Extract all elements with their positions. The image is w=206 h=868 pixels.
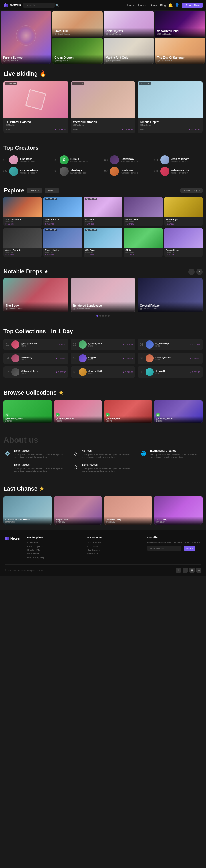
footer-link-author-profile[interactable]: Author Profile — [87, 541, 142, 544]
browse-card-1[interactable]: G @Crypto_Market 1 Items — [54, 400, 102, 423]
notable-title-2: Crystal Palace — [140, 304, 200, 307]
hero-card-summer[interactable]: The End Of Summer @KIng2Madox — [155, 38, 205, 64]
footer-submit-button[interactable]: Submit — [184, 546, 196, 551]
dot-3[interactable] — [105, 315, 107, 317]
creator-jessica[interactable]: 04 Jessica Bloom Number of Items: 4 — [154, 155, 203, 164]
explore-card-purple-haze[interactable]: Purple Haze @MarkJoy ♦ 0.13735 — [164, 228, 203, 257]
browse-card-2[interactable]: G @Stereo_Mix 1 Items — [104, 400, 152, 423]
browse-items-1: 1 Items — [56, 420, 101, 422]
explore-card-acid-image[interactable]: Acid Image @MarkJoy ♦ 0.04121 — [164, 197, 203, 226]
footer-link-collections[interactable]: Collections — [27, 541, 81, 544]
explore-card-cgi-blue[interactable]: 00 : 00 : 00 CGI Blue @MarkJoy ♦ 0.13735 — [84, 228, 122, 257]
dot-2[interactable] — [102, 315, 104, 317]
search-icon[interactable]: 🔍 — [55, 4, 59, 7]
creator-avatar-7 — [160, 167, 169, 176]
creator-gloria[interactable]: 07 Gloria Lee Number of Items: 4 — [104, 167, 152, 176]
hero-card-purple-sphere[interactable]: Purple Sphere @King2Madox — [1, 11, 51, 64]
notable-card-body[interactable]: The Body @_Sinead_Zero — [3, 278, 68, 312]
dot-4[interactable] — [108, 315, 110, 317]
explore-img-9 — [164, 228, 203, 248]
footer-link-our-creators[interactable]: Our Creators — [87, 549, 142, 551]
browse-card-3[interactable]: G @Virtual_Value 1 Items — [154, 400, 203, 423]
hero-author-summer: @KIng2Madox — [157, 59, 203, 62]
explore-card-mind-portal[interactable]: Mind Portal @MarkJoy ♦ 0.07142 — [124, 197, 162, 226]
browse-grid: G @Genesis_Zero 1 Items G @Crypto_Market… — [3, 400, 203, 423]
footer-link-edit-profile[interactable]: Edit Profile — [87, 545, 142, 548]
notable-card-crystal[interactable]: Crystal Palace @_Ground_Zero — [138, 278, 203, 312]
footer-email-input[interactable] — [147, 546, 181, 551]
dot-1[interactable] — [99, 315, 101, 317]
coll-avatar-5 — [146, 354, 153, 362]
browse-card-0[interactable]: G @Genesis_Zero 1 Items — [3, 400, 52, 423]
about-item-3: □ Early Access Lorem ipsum dolor sit ame… — [3, 463, 67, 473]
twitter-icon[interactable]: 𝕏 — [176, 567, 181, 573]
top-collections-title: Top Collections in 1 Day — [3, 328, 203, 335]
nav-blog[interactable]: Blog — [160, 4, 166, 7]
creator-coyote[interactable]: 05 Coyote Adams Number of Items: 4 — [3, 167, 52, 176]
lc-card-3[interactable]: Ghost Wig @MarkJoy — [154, 496, 203, 525]
nav-pages[interactable]: Pages — [138, 4, 146, 7]
bid-card-3dprinter[interactable]: 00 : 00 : 00 3D Printer Colored @MarkJoy… — [3, 81, 68, 133]
instagram-icon[interactable]: ▣ — [190, 567, 195, 573]
discord-icon[interactable]: ◈ — [196, 567, 201, 573]
collection-0[interactable]: 01 @King2Madox items ♦ 0.4448 — [3, 339, 68, 350]
explore-card-ok-go[interactable]: Ok Go @MarkJoy ♦ 0.13735 — [124, 228, 162, 257]
nav-home[interactable]: Home — [127, 4, 135, 7]
collection-1[interactable]: 02 @Gray_Zone items ♦ 0.40931 — [71, 339, 136, 350]
creators-grid: 01 Lina Rose Number of Items: 5 02 G G-C… — [3, 155, 203, 176]
filter-created-button[interactable]: Created ▼ — [27, 188, 42, 193]
lc-card-0[interactable]: Contemplative Objects @MarkJoy — [3, 496, 52, 525]
sort-button[interactable]: Default sorting ▼ — [180, 188, 203, 193]
user-icon[interactable]: 👤 — [174, 3, 179, 7]
search-input[interactable] — [23, 3, 55, 8]
filter-owned-button[interactable]: Owned ▼ — [45, 188, 60, 193]
footer-link-explore[interactable]: Explore Options — [27, 545, 81, 548]
creator-gcoin[interactable]: 02 G G-Coin Number of Items: 5 — [54, 155, 102, 164]
explore-card-marble-earth[interactable]: 00 : 00 : 00 Marble Earth @MarkJoy ♦ 0.1… — [43, 197, 82, 226]
creator-items-1: Number of Items: 5 — [70, 160, 88, 162]
hero-card-pink-objects[interactable]: Pink Objects @KIng2Madox — [104, 11, 154, 37]
explore-card-pink-lobster[interactable]: 00 : 00 : 00 Pink Lobster @MarkJoy ♦ 0.1… — [43, 228, 82, 257]
collection-8[interactable]: 09 @momX items ♦ 0.07146 — [138, 366, 203, 378]
explore-card-3d-cube[interactable]: 00 : 00 : 00 3D Cube @MarkJoy ♦ 0.04505 — [84, 197, 122, 226]
bid-card-kinetic[interactable]: 00 : 00 : 00 Kinetic Object @MarkJoy Pri… — [138, 81, 203, 133]
lc-card-1[interactable]: Purple Tree @MarkJoy — [54, 496, 102, 525]
hero-card-floral-girl[interactable]: Floral Girl @KIng2Madox — [52, 11, 102, 37]
creator-lina-rose[interactable]: 01 Lina Rose Number of Items: 5 — [3, 155, 52, 164]
nav-shop[interactable]: Shop — [150, 4, 157, 7]
collection-2[interactable]: 03 G_Exchange items ♦ 0.87245 — [138, 339, 203, 350]
creator-hades[interactable]: 03 HadesKaW Number of Items: 4 — [104, 155, 152, 164]
hero-card-marble[interactable]: Marble And Gold @KIng2Madox — [104, 38, 154, 64]
explore-card-vector-graphic[interactable]: Vector Graphic @MarkJoy ♦ 0.07692 — [3, 228, 42, 257]
arrow-prev[interactable]: ‹ — [188, 269, 195, 275]
hero-card-green-dragon[interactable]: Green Dragon @KIng2Madox — [52, 38, 102, 64]
hero-card-vaporized[interactable]: Vaporized Child @KIng2Madox — [155, 11, 205, 37]
coll-avatar-0 — [11, 341, 20, 348]
creator-name-2: HadesKaW — [121, 157, 138, 160]
collection-5[interactable]: 06 @MadQueenS items ♦ 0.46346 — [138, 352, 203, 364]
arrow-next[interactable]: › — [196, 269, 203, 275]
dot-0[interactable] — [96, 315, 98, 317]
facebook-icon[interactable]: f — [182, 567, 188, 573]
footer-link-contact[interactable]: Contact us — [87, 552, 142, 555]
creator-items-5: Number of Items: 4 — [70, 172, 88, 174]
explore-card-cgi-landscape[interactable]: CGI Landscape @MarkJoy ♦ 0.13735 — [3, 197, 42, 226]
footer-link-create-nfts[interactable]: Create NFTs — [27, 549, 81, 551]
notable-card-landscape[interactable]: Rendered Landscape @_Sinead_Zero — [71, 278, 136, 312]
lc-card-2[interactable]: Tattooed Lady @MarkJoy — [104, 496, 152, 525]
explore-section: Explore Created ▼ Owned ▼ Default sortin… — [0, 182, 206, 262]
creator-valentine[interactable]: 08 Valentine Love Number of Items: 4 — [154, 167, 203, 176]
collection-7[interactable]: 08 @Love_CatZ items ♦ 0.67502 — [71, 366, 136, 378]
bid-card-vector[interactable]: 00 : 00 : 00 Vector Illustration @MarkJo… — [71, 81, 136, 133]
create-button[interactable]: Create Now — [182, 3, 203, 8]
collection-3[interactable]: 04 @MadDog items ♦ 0.51045 — [3, 352, 68, 364]
collection-6[interactable]: 07 @Ground_Zero items ♦ 0.66785 — [3, 366, 68, 378]
collection-4[interactable]: 05 Crypto items ♦ 0.49808 — [71, 352, 136, 364]
creator-shadety[interactable]: 06 ShadetyX Number of Items: 4 — [54, 167, 102, 176]
footer-link-ask[interactable]: Ask Us Anything — [27, 556, 81, 559]
hero-author-green-dragon: @KIng2Madox — [55, 59, 100, 62]
lc-author-0: @MarkJoy — [5, 521, 50, 523]
bell-icon[interactable]: 🔔 — [168, 3, 173, 7]
footer-link-wallet[interactable]: Your Wallet — [27, 552, 81, 555]
explore-img-3 — [124, 197, 162, 217]
